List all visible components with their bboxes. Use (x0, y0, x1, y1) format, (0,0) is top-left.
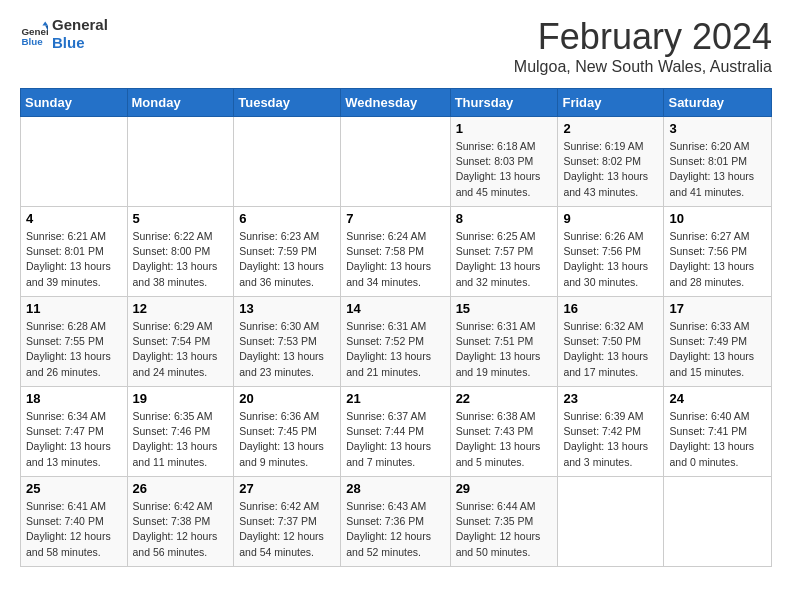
calendar-week-2: 4Sunrise: 6:21 AM Sunset: 8:01 PM Daylig… (21, 207, 772, 297)
calendar-cell: 3Sunrise: 6:20 AM Sunset: 8:01 PM Daylig… (664, 117, 772, 207)
calendar-header-wednesday: Wednesday (341, 89, 450, 117)
day-number: 20 (239, 391, 335, 406)
day-detail: Sunrise: 6:28 AM Sunset: 7:55 PM Dayligh… (26, 319, 122, 380)
calendar-cell: 5Sunrise: 6:22 AM Sunset: 8:00 PM Daylig… (127, 207, 234, 297)
day-detail: Sunrise: 6:39 AM Sunset: 7:42 PM Dayligh… (563, 409, 658, 470)
calendar-cell: 1Sunrise: 6:18 AM Sunset: 8:03 PM Daylig… (450, 117, 558, 207)
day-detail: Sunrise: 6:19 AM Sunset: 8:02 PM Dayligh… (563, 139, 658, 200)
calendar-header: SundayMondayTuesdayWednesdayThursdayFrid… (21, 89, 772, 117)
day-number: 25 (26, 481, 122, 496)
calendar-cell: 14Sunrise: 6:31 AM Sunset: 7:52 PM Dayli… (341, 297, 450, 387)
day-number: 29 (456, 481, 553, 496)
day-number: 15 (456, 301, 553, 316)
day-number: 7 (346, 211, 444, 226)
day-detail: Sunrise: 6:30 AM Sunset: 7:53 PM Dayligh… (239, 319, 335, 380)
calendar-cell: 20Sunrise: 6:36 AM Sunset: 7:45 PM Dayli… (234, 387, 341, 477)
day-number: 4 (26, 211, 122, 226)
day-number: 17 (669, 301, 766, 316)
calendar-cell: 9Sunrise: 6:26 AM Sunset: 7:56 PM Daylig… (558, 207, 664, 297)
day-detail: Sunrise: 6:18 AM Sunset: 8:03 PM Dayligh… (456, 139, 553, 200)
calendar-cell: 2Sunrise: 6:19 AM Sunset: 8:02 PM Daylig… (558, 117, 664, 207)
page-header: General Blue General Blue February 2024 … (20, 16, 772, 76)
day-number: 14 (346, 301, 444, 316)
page-subtitle: Mulgoa, New South Wales, Australia (514, 58, 772, 76)
calendar-week-3: 11Sunrise: 6:28 AM Sunset: 7:55 PM Dayli… (21, 297, 772, 387)
day-detail: Sunrise: 6:41 AM Sunset: 7:40 PM Dayligh… (26, 499, 122, 560)
day-detail: Sunrise: 6:35 AM Sunset: 7:46 PM Dayligh… (133, 409, 229, 470)
calendar-cell (127, 117, 234, 207)
calendar-cell: 8Sunrise: 6:25 AM Sunset: 7:57 PM Daylig… (450, 207, 558, 297)
day-number: 19 (133, 391, 229, 406)
calendar-cell (664, 477, 772, 567)
calendar-cell: 28Sunrise: 6:43 AM Sunset: 7:36 PM Dayli… (341, 477, 450, 567)
day-detail: Sunrise: 6:25 AM Sunset: 7:57 PM Dayligh… (456, 229, 553, 290)
day-number: 23 (563, 391, 658, 406)
calendar-cell: 6Sunrise: 6:23 AM Sunset: 7:59 PM Daylig… (234, 207, 341, 297)
calendar-cell: 17Sunrise: 6:33 AM Sunset: 7:49 PM Dayli… (664, 297, 772, 387)
calendar-week-4: 18Sunrise: 6:34 AM Sunset: 7:47 PM Dayli… (21, 387, 772, 477)
day-detail: Sunrise: 6:23 AM Sunset: 7:59 PM Dayligh… (239, 229, 335, 290)
calendar-cell: 29Sunrise: 6:44 AM Sunset: 7:35 PM Dayli… (450, 477, 558, 567)
calendar-cell: 22Sunrise: 6:38 AM Sunset: 7:43 PM Dayli… (450, 387, 558, 477)
calendar-cell: 23Sunrise: 6:39 AM Sunset: 7:42 PM Dayli… (558, 387, 664, 477)
day-number: 24 (669, 391, 766, 406)
calendar-cell: 11Sunrise: 6:28 AM Sunset: 7:55 PM Dayli… (21, 297, 128, 387)
day-number: 11 (26, 301, 122, 316)
calendar-cell: 7Sunrise: 6:24 AM Sunset: 7:58 PM Daylig… (341, 207, 450, 297)
day-number: 2 (563, 121, 658, 136)
calendar-header-sunday: Sunday (21, 89, 128, 117)
calendar-cell: 10Sunrise: 6:27 AM Sunset: 7:56 PM Dayli… (664, 207, 772, 297)
day-number: 1 (456, 121, 553, 136)
day-number: 18 (26, 391, 122, 406)
day-detail: Sunrise: 6:34 AM Sunset: 7:47 PM Dayligh… (26, 409, 122, 470)
calendar-cell (341, 117, 450, 207)
day-detail: Sunrise: 6:40 AM Sunset: 7:41 PM Dayligh… (669, 409, 766, 470)
day-detail: Sunrise: 6:21 AM Sunset: 8:01 PM Dayligh… (26, 229, 122, 290)
page-title: February 2024 (514, 16, 772, 58)
day-detail: Sunrise: 6:36 AM Sunset: 7:45 PM Dayligh… (239, 409, 335, 470)
day-detail: Sunrise: 6:31 AM Sunset: 7:51 PM Dayligh… (456, 319, 553, 380)
calendar-cell: 15Sunrise: 6:31 AM Sunset: 7:51 PM Dayli… (450, 297, 558, 387)
calendar-cell: 26Sunrise: 6:42 AM Sunset: 7:38 PM Dayli… (127, 477, 234, 567)
logo-text-line2: Blue (52, 34, 108, 52)
logo-icon: General Blue (20, 20, 48, 48)
calendar-header-saturday: Saturday (664, 89, 772, 117)
day-detail: Sunrise: 6:29 AM Sunset: 7:54 PM Dayligh… (133, 319, 229, 380)
day-number: 21 (346, 391, 444, 406)
calendar-cell: 24Sunrise: 6:40 AM Sunset: 7:41 PM Dayli… (664, 387, 772, 477)
calendar-cell: 25Sunrise: 6:41 AM Sunset: 7:40 PM Dayli… (21, 477, 128, 567)
day-detail: Sunrise: 6:42 AM Sunset: 7:38 PM Dayligh… (133, 499, 229, 560)
day-detail: Sunrise: 6:42 AM Sunset: 7:37 PM Dayligh… (239, 499, 335, 560)
day-number: 3 (669, 121, 766, 136)
calendar-cell (558, 477, 664, 567)
day-number: 22 (456, 391, 553, 406)
calendar-cell (234, 117, 341, 207)
day-number: 13 (239, 301, 335, 316)
logo-text-line1: General (52, 16, 108, 34)
calendar-week-1: 1Sunrise: 6:18 AM Sunset: 8:03 PM Daylig… (21, 117, 772, 207)
day-number: 28 (346, 481, 444, 496)
title-block: February 2024 Mulgoa, New South Wales, A… (514, 16, 772, 76)
calendar-header-tuesday: Tuesday (234, 89, 341, 117)
calendar-cell: 18Sunrise: 6:34 AM Sunset: 7:47 PM Dayli… (21, 387, 128, 477)
calendar-header-friday: Friday (558, 89, 664, 117)
day-number: 8 (456, 211, 553, 226)
day-number: 26 (133, 481, 229, 496)
day-detail: Sunrise: 6:33 AM Sunset: 7:49 PM Dayligh… (669, 319, 766, 380)
svg-marker-2 (42, 21, 48, 25)
day-detail: Sunrise: 6:26 AM Sunset: 7:56 PM Dayligh… (563, 229, 658, 290)
day-detail: Sunrise: 6:38 AM Sunset: 7:43 PM Dayligh… (456, 409, 553, 470)
day-detail: Sunrise: 6:20 AM Sunset: 8:01 PM Dayligh… (669, 139, 766, 200)
calendar-body: 1Sunrise: 6:18 AM Sunset: 8:03 PM Daylig… (21, 117, 772, 567)
day-number: 10 (669, 211, 766, 226)
day-detail: Sunrise: 6:22 AM Sunset: 8:00 PM Dayligh… (133, 229, 229, 290)
calendar-cell: 21Sunrise: 6:37 AM Sunset: 7:44 PM Dayli… (341, 387, 450, 477)
calendar-cell: 27Sunrise: 6:42 AM Sunset: 7:37 PM Dayli… (234, 477, 341, 567)
svg-text:Blue: Blue (21, 36, 43, 47)
day-number: 5 (133, 211, 229, 226)
day-number: 6 (239, 211, 335, 226)
calendar-cell: 19Sunrise: 6:35 AM Sunset: 7:46 PM Dayli… (127, 387, 234, 477)
day-detail: Sunrise: 6:24 AM Sunset: 7:58 PM Dayligh… (346, 229, 444, 290)
calendar-cell: 4Sunrise: 6:21 AM Sunset: 8:01 PM Daylig… (21, 207, 128, 297)
logo: General Blue General Blue (20, 16, 108, 52)
